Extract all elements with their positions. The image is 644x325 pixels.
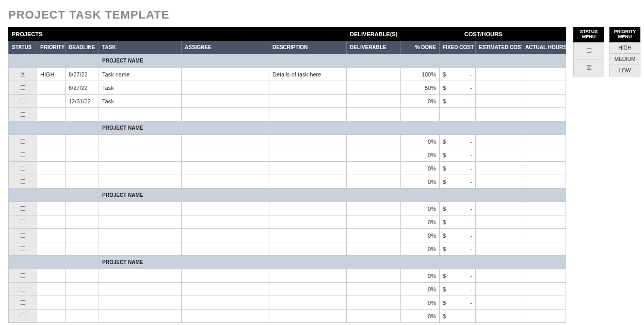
deadline-cell[interactable] bbox=[66, 175, 99, 189]
priority-cell[interactable] bbox=[37, 162, 66, 175]
assignee-cell[interactable] bbox=[182, 162, 269, 175]
deliverable-cell[interactable] bbox=[347, 135, 401, 148]
deadline-cell[interactable] bbox=[66, 229, 99, 242]
actual-hours-cell[interactable] bbox=[522, 148, 566, 162]
pct-done-cell[interactable]: 50% bbox=[401, 81, 440, 95]
priority-cell[interactable] bbox=[37, 108, 66, 121]
description-cell[interactable] bbox=[269, 175, 347, 189]
task-cell[interactable] bbox=[99, 242, 182, 256]
deadline-cell[interactable] bbox=[66, 202, 99, 215]
estimated-cost-cell[interactable] bbox=[476, 81, 522, 95]
deadline-cell[interactable] bbox=[66, 135, 99, 148]
pct-done-cell[interactable]: 0% bbox=[401, 135, 440, 148]
pct-done-cell[interactable] bbox=[401, 108, 440, 121]
actual-hours-cell[interactable] bbox=[522, 68, 566, 81]
assignee-cell[interactable] bbox=[182, 135, 269, 148]
status-checkbox[interactable]: ☐ bbox=[9, 229, 37, 242]
project-name-label[interactable]: PROJECT NAME bbox=[99, 121, 566, 135]
task-cell[interactable] bbox=[99, 202, 182, 215]
task-cell[interactable] bbox=[99, 229, 182, 242]
fixed-cost-cell[interactable]: $- bbox=[440, 215, 476, 229]
deadline-cell[interactable] bbox=[66, 309, 99, 323]
status-checkbox[interactable]: ☒ bbox=[9, 68, 37, 81]
description-cell[interactable] bbox=[269, 283, 347, 296]
actual-hours-cell[interactable] bbox=[522, 269, 566, 283]
deliverable-cell[interactable] bbox=[347, 175, 401, 189]
status-checkbox[interactable]: ☐ bbox=[9, 309, 37, 323]
assignee-cell[interactable] bbox=[182, 269, 269, 283]
deliverable-cell[interactable] bbox=[347, 229, 401, 242]
estimated-cost-cell[interactable] bbox=[476, 68, 522, 81]
assignee-cell[interactable] bbox=[182, 202, 269, 215]
estimated-cost-cell[interactable] bbox=[476, 162, 522, 175]
actual-hours-cell[interactable] bbox=[522, 296, 566, 309]
priority-cell[interactable] bbox=[37, 269, 66, 283]
task-cell[interactable] bbox=[99, 162, 182, 175]
fixed-cost-cell[interactable]: $- bbox=[440, 309, 476, 323]
estimated-cost-cell[interactable] bbox=[476, 175, 522, 189]
status-checkbox[interactable]: ☐ bbox=[9, 242, 37, 256]
priority-cell[interactable] bbox=[37, 242, 66, 256]
estimated-cost-cell[interactable] bbox=[476, 135, 522, 148]
estimated-cost-cell[interactable] bbox=[476, 242, 522, 256]
actual-hours-cell[interactable] bbox=[522, 229, 566, 242]
description-cell[interactable] bbox=[269, 296, 347, 309]
fixed-cost-cell[interactable]: $- bbox=[440, 202, 476, 215]
project-name-label[interactable]: PROJECT NAME bbox=[99, 256, 566, 269]
deliverable-cell[interactable] bbox=[347, 162, 401, 175]
description-cell[interactable] bbox=[269, 148, 347, 162]
status-checkbox[interactable]: ☐ bbox=[9, 269, 37, 283]
fixed-cost-cell[interactable]: $- bbox=[440, 296, 476, 309]
priority-cell[interactable] bbox=[37, 135, 66, 148]
assignee-cell[interactable] bbox=[182, 283, 269, 296]
pct-done-cell[interactable]: 0% bbox=[401, 175, 440, 189]
priority-cell[interactable] bbox=[37, 202, 66, 215]
priority-menu-item[interactable]: MEDIUM bbox=[610, 53, 640, 65]
fixed-cost-cell[interactable]: $- bbox=[440, 81, 476, 95]
assignee-cell[interactable] bbox=[182, 95, 269, 108]
deadline-cell[interactable] bbox=[66, 242, 99, 256]
task-cell[interactable] bbox=[99, 283, 182, 296]
fixed-cost-cell[interactable]: $- bbox=[440, 68, 476, 81]
pct-done-cell[interactable]: 100% bbox=[401, 68, 440, 81]
pct-done-cell[interactable]: 0% bbox=[401, 296, 440, 309]
deliverable-cell[interactable] bbox=[347, 95, 401, 108]
priority-cell[interactable] bbox=[37, 81, 66, 95]
task-cell[interactable]: Task bbox=[99, 95, 182, 108]
assignee-cell[interactable] bbox=[182, 175, 269, 189]
assignee-cell[interactable] bbox=[182, 108, 269, 121]
deadline-cell[interactable] bbox=[66, 148, 99, 162]
status-menu-item[interactable]: ☒ bbox=[574, 59, 604, 76]
status-checkbox[interactable]: ☐ bbox=[9, 108, 37, 121]
estimated-cost-cell[interactable] bbox=[476, 95, 522, 108]
priority-cell[interactable] bbox=[37, 309, 66, 323]
deliverable-cell[interactable] bbox=[347, 242, 401, 256]
deadline-cell[interactable]: 12/31/22 bbox=[66, 95, 99, 108]
actual-hours-cell[interactable] bbox=[522, 81, 566, 95]
description-cell[interactable] bbox=[269, 95, 347, 108]
priority-cell[interactable] bbox=[37, 148, 66, 162]
estimated-cost-cell[interactable] bbox=[476, 269, 522, 283]
status-checkbox[interactable]: ☐ bbox=[9, 148, 37, 162]
estimated-cost-cell[interactable] bbox=[476, 229, 522, 242]
task-cell[interactable] bbox=[99, 309, 182, 323]
description-cell[interactable] bbox=[269, 229, 347, 242]
description-cell[interactable] bbox=[269, 242, 347, 256]
priority-cell[interactable] bbox=[37, 95, 66, 108]
deadline-cell[interactable]: 8/27/22 bbox=[66, 81, 99, 95]
deadline-cell[interactable] bbox=[66, 283, 99, 296]
status-checkbox[interactable]: ☐ bbox=[9, 215, 37, 229]
assignee-cell[interactable] bbox=[182, 309, 269, 323]
pct-done-cell[interactable]: 0% bbox=[401, 202, 440, 215]
status-checkbox[interactable]: ☐ bbox=[9, 296, 37, 309]
project-name-label[interactable]: PROJECT NAME bbox=[99, 189, 566, 202]
fixed-cost-cell[interactable]: $- bbox=[440, 229, 476, 242]
deadline-cell[interactable] bbox=[66, 108, 99, 121]
estimated-cost-cell[interactable] bbox=[476, 283, 522, 296]
task-cell[interactable]: Task bbox=[99, 81, 182, 95]
deliverable-cell[interactable] bbox=[347, 68, 401, 81]
deliverable-cell[interactable] bbox=[347, 148, 401, 162]
actual-hours-cell[interactable] bbox=[522, 162, 566, 175]
priority-cell[interactable] bbox=[37, 296, 66, 309]
deliverable-cell[interactable] bbox=[347, 215, 401, 229]
